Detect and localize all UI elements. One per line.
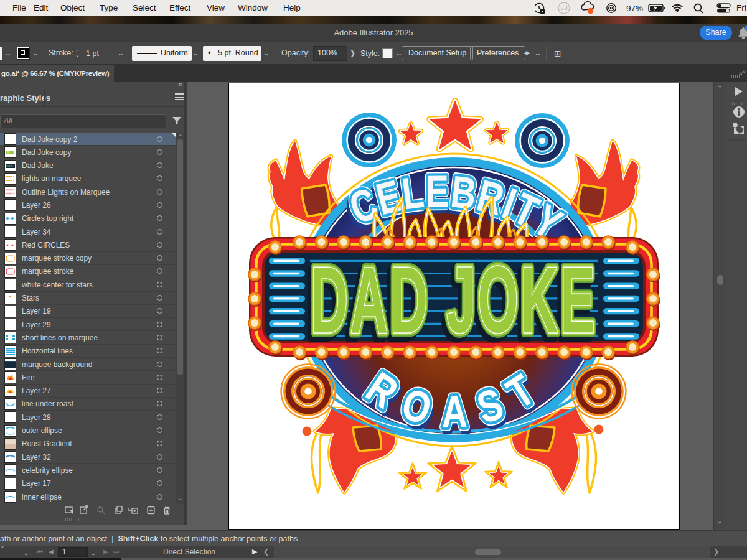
svg-text:DAD: DAD	[6, 164, 13, 168]
svg-text:97%: 97%	[626, 4, 643, 13]
svg-text:DAD JOKE: DAD JOKE	[311, 248, 598, 352]
svg-text:A: A	[441, 387, 467, 437]
